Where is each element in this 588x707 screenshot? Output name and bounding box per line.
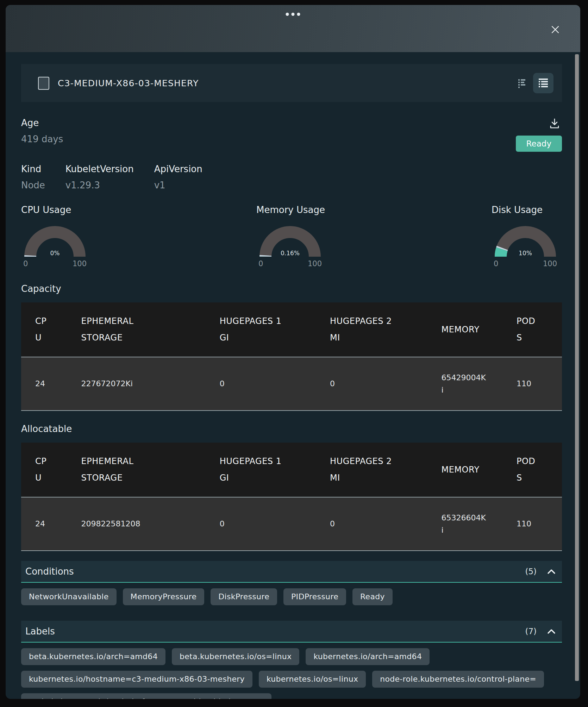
label-chip: kubernetes.io/os=linux [259,671,366,688]
condition-chip: NetworkUnavailable [21,588,117,605]
gauge-title: CPU Usage [21,205,89,215]
modal-header [6,5,580,52]
gauge-arc: 0% [21,223,89,258]
dot-icon [297,13,300,16]
detailed-view-button[interactable] [533,73,553,93]
capacity-table: CPU EPHEMERAL STORAGE HUGEPAGES 1 GI HUG… [21,302,562,411]
age-value: 419 days [21,134,63,144]
labels-count: (7) [525,627,537,636]
field-kind: Kind Node [21,164,45,190]
table-header-row: CPU EPHEMERAL STORAGE HUGEPAGES 1 GI HUG… [21,302,562,357]
condition-chip: MemoryPressure [123,588,205,605]
conditions-collapse-button[interactable] [546,568,556,575]
table-header-cell: HUGEPAGES 2 MI [316,302,427,357]
table-header-cell: MEMORY [427,302,503,357]
fields-row: Kind Node KubeletVersion v1.29.3 ApiVers… [21,164,562,190]
table-cell: 0 [316,497,427,551]
gauge-value: 0% [50,250,60,257]
field-kubelet-version: KubeletVersion v1.29.3 [65,164,134,190]
table-header-row: CPU EPHEMERAL STORAGE HUGEPAGES 1 GI HUG… [21,443,562,497]
node-checkbox[interactable] [38,77,49,90]
table-cell: 0 [206,357,316,411]
node-title-card: C3-MEDIUM-X86-03-MESHERY [21,64,562,102]
conditions-header-right: (5) [525,567,556,576]
labels-header-right: (7) [525,627,556,636]
label-chip: node.kubernetes.io/exclude-from-external… [21,693,271,699]
gauge-max: 100 [543,259,557,268]
table-cell: 110 [502,357,562,411]
allocatable-title: Allocatable [21,424,562,434]
gauge-scale: 0 100 [492,259,559,268]
dot-icon [286,13,289,16]
table-cell: 110 [502,497,562,551]
age-label: Age [21,118,63,128]
screen: C3-MEDIUM-X86-03-MESHERY [0,0,588,707]
table-header-cell: HUGEPAGES 1 GI [206,302,316,357]
table-row: 24 209822581208 0 0 65326604Ki 110 [21,497,562,551]
field-value: Node [21,180,45,190]
scrollbar-thumb[interactable] [575,54,579,681]
chevron-up-icon [546,568,556,575]
table-header-cell: MEMORY [427,443,503,497]
field-label: KubeletVersion [65,164,134,174]
table-header-cell: CPU [21,443,67,497]
table-cell: 209822581208 [67,497,206,551]
table-header-cell: PODS [502,443,562,497]
labels-section-header: Labels (7) [21,621,562,643]
close-button[interactable] [548,23,563,37]
download-button[interactable] [549,118,561,131]
table-cell: 24 [21,357,67,411]
gauges-row: CPU Usage 0% 0 100 Memory Usage [21,205,562,268]
table-cell: 65326604Ki [427,497,503,551]
table-cell: 65429004Ki [427,357,503,411]
table-header-cell: EPHEMERAL STORAGE [67,443,206,497]
gauge-value: 10% [519,250,532,257]
label-chip: node-role.kubernetes.io/control-plane= [372,671,544,688]
window-more-handle[interactable] [286,13,300,16]
age-block: Age 419 days [21,118,63,144]
compact-view-icon[interactable] [517,78,527,88]
conditions-title: Conditions [25,566,74,577]
label-chip: kubernetes.io/hostname=c3-medium-x86-03-… [21,671,252,688]
label-chip: beta.kubernetes.io/arch=amd64 [21,648,165,665]
table-cell: 0 [206,497,316,551]
conditions-chips: NetworkUnavailableMemoryPressureDiskPres… [21,588,562,605]
labels-title: Labels [25,626,55,637]
view-toggles [517,73,553,93]
gauge-arc: 10% [492,223,559,258]
table-header-cell: PODS [502,302,562,357]
modal-content: C3-MEDIUM-X86-03-MESHERY [6,64,580,699]
table-row: 24 227672072Ki 0 0 65429004Ki 110 [21,357,562,411]
condition-chip: PIDPressure [283,588,346,605]
field-value: v1.29.3 [65,180,134,190]
chevron-up-icon [546,628,556,634]
gauge-scale: 0 100 [256,259,324,268]
labels-collapse-button[interactable] [546,628,556,634]
gauge-value: 0.16% [281,250,300,257]
gauge-title: Memory Usage [256,205,324,215]
table-header-cell: HUGEPAGES 2 MI [316,443,427,497]
memory-gauge: Memory Usage 0.16% 0 100 [256,205,324,268]
conditions-count: (5) [525,567,537,576]
table-header-cell: EPHEMERAL STORAGE [67,302,206,357]
cpu-gauge: CPU Usage 0% 0 100 [21,205,89,268]
label-chip: beta.kubernetes.io/os=linux [172,648,299,665]
field-api-version: ApiVersion v1 [154,164,202,190]
status-column: Ready [516,118,562,152]
disk-gauge: Disk Usage 10% 0 100 [492,205,559,268]
labels-chips: beta.kubernetes.io/arch=amd64beta.kubern… [21,648,562,699]
dot-icon [292,13,295,16]
gauge-scale: 0 100 [21,259,89,268]
field-label: ApiVersion [154,164,202,174]
condition-chip: Ready [352,588,393,605]
conditions-section-header: Conditions (5) [21,561,562,583]
download-icon [549,118,561,130]
gauge-min: 0 [494,259,498,268]
close-icon [549,23,562,36]
table-cell: 24 [21,497,67,551]
condition-chip: DiskPressure [211,588,277,605]
node-details-modal: C3-MEDIUM-X86-03-MESHERY [6,5,580,699]
field-label: Kind [21,164,45,174]
gauge-arc: 0.16% [256,223,324,258]
table-header-cell: CPU [21,302,67,357]
